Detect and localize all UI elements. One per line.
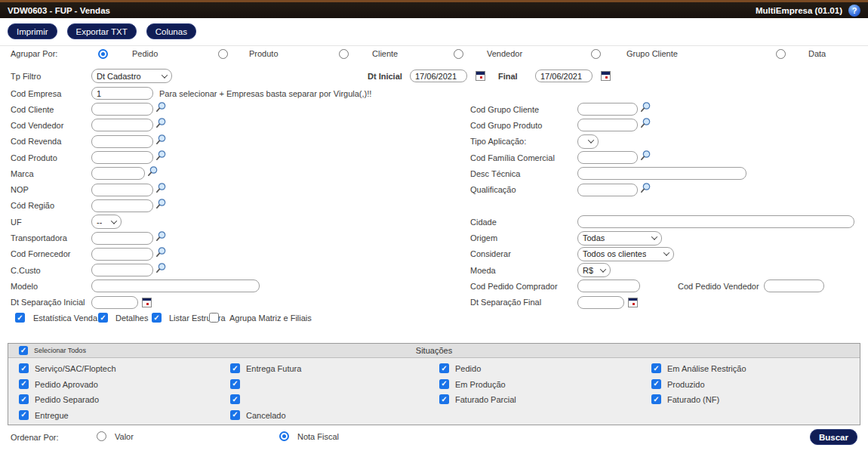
situacao-label-pedido-separado: Pedido Separado (35, 395, 99, 404)
calendar-icon[interactable] (601, 71, 611, 81)
situacao-checkbox-em-producao[interactable]: ✓ (439, 379, 449, 389)
qualificacao-input[interactable] (577, 184, 638, 196)
search-icon[interactable] (155, 182, 167, 193)
agrupar-radio-vendedor[interactable] (454, 49, 463, 59)
titlebar-right: MultiEmpresa (01.01) ? (756, 5, 860, 17)
field-row-cod-cliente: Cod Cliente (11, 101, 463, 117)
situacao-checkbox-pedido-aprovado[interactable]: ✓ (19, 379, 29, 389)
situacao-checkbox-unlabeled-1-1[interactable]: ✓ (230, 379, 240, 389)
cod-grupo-cliente-input[interactable] (577, 103, 638, 116)
agrupar-radio-pedido[interactable] (98, 49, 108, 59)
search-icon[interactable] (155, 150, 167, 161)
ordenar-radio-valor[interactable] (97, 431, 106, 441)
option-checkbox-agrupa-matriz-e-filiais[interactable] (209, 313, 219, 323)
final-input[interactable] (535, 69, 593, 82)
agrupar-label-data: Data (808, 49, 826, 58)
situacao-checkbox-cancelado[interactable]: ✓ (230, 410, 240, 420)
search-icon[interactable] (147, 165, 159, 177)
tp-filtro-select[interactable]: Dt Cadastro (91, 69, 172, 83)
calendar-icon[interactable] (628, 298, 638, 307)
agrupar-radio-data[interactable] (776, 49, 786, 59)
agrupar-radio-produto[interactable] (218, 49, 228, 59)
cod-vendedor-input[interactable] (91, 119, 153, 131)
transportadora-input[interactable] (91, 232, 153, 245)
cod-cliente-input[interactable] (91, 103, 153, 116)
option-checkbox-estatistica-venda[interactable]: ✓ (15, 313, 25, 323)
moeda-select[interactable]: R$ (577, 263, 611, 277)
imprimir-button[interactable]: Imprimir (8, 23, 57, 39)
origem-select[interactable]: Todas (577, 231, 662, 246)
situacao-checkbox-faturado-parcial[interactable]: ✓ (439, 394, 449, 404)
field-row-cod-fornecedor: Cod Fornecedor (11, 246, 463, 262)
calendar-icon[interactable] (476, 71, 485, 81)
considerar-select[interactable]: Todos os clientes (577, 247, 674, 261)
marca-input[interactable] (91, 167, 145, 180)
c-custo-input[interactable] (91, 264, 153, 276)
situacao-checkbox-pedido-separado[interactable]: ✓ (19, 394, 29, 404)
cod-pedido-vendedor-input[interactable] (764, 280, 824, 292)
cod-pedido-comprador-input[interactable] (577, 280, 640, 292)
situacao-checkbox-entregue[interactable]: ✓ (19, 410, 29, 420)
situacoes-panel: Situações ✓ Selecionar Todos ✓Serviço/SA… (8, 343, 860, 425)
option-checkbox-detalhes[interactable]: ✓ (98, 313, 108, 323)
search-icon[interactable] (155, 101, 167, 113)
search-icon[interactable] (640, 150, 651, 161)
cod-familia-comercial-label: Cod Família Comercial (470, 153, 577, 162)
dt-separacao-final-input[interactable] (577, 296, 624, 309)
calendar-icon[interactable] (142, 298, 152, 307)
exportar-txt-button[interactable]: Exportar TXT (67, 23, 137, 39)
agrupar-label-grupo-cliente: Grupo Cliente (626, 49, 678, 58)
uf-select[interactable]: -- (91, 215, 122, 229)
option-checkbox-listar-estrutura[interactable]: ✓ (152, 313, 162, 323)
colunas-button[interactable]: Colunas (146, 23, 196, 39)
tipo-aplicacao-select[interactable] (577, 134, 599, 149)
search-icon[interactable] (155, 230, 167, 242)
search-icon[interactable] (155, 246, 167, 258)
cod-empresa-row: Cod Empresa Para selecionar + Empresas b… (0, 85, 868, 101)
buscar-button[interactable]: Buscar (810, 429, 857, 445)
cod-revenda-input[interactable] (91, 135, 153, 148)
ordenar-radio-nota-fiscal[interactable] (279, 431, 289, 441)
cod-fornecedor-input[interactable] (91, 248, 153, 261)
search-icon[interactable] (640, 182, 651, 193)
chevron-down-icon (663, 250, 669, 256)
dt-separacao-inicial-input[interactable] (91, 296, 138, 309)
dt-inicial-input[interactable] (410, 69, 467, 82)
field-row-c-custo: C.Custo (11, 262, 463, 278)
cod-empresa-input[interactable] (91, 87, 153, 100)
desc-tecnica-input[interactable] (577, 167, 746, 180)
agrupar-radio-grupo-cliente[interactable] (591, 49, 601, 59)
cidade-label: Cidade (470, 218, 577, 227)
agrupar-radio-cliente[interactable] (339, 49, 349, 59)
search-icon[interactable] (155, 117, 167, 128)
c-custo-label: C.Custo (11, 266, 91, 275)
situacao-checkbox-unlabeled-2-1[interactable]: ✓ (230, 394, 240, 404)
help-icon[interactable]: ? (848, 5, 860, 17)
cod-familia-comercial-input[interactable] (577, 151, 638, 164)
situacao-checkbox-produzido[interactable]: ✓ (651, 379, 661, 389)
nop-input[interactable] (91, 184, 153, 196)
cidade-input[interactable] (577, 215, 854, 228)
situacao-checkbox-faturado-nf[interactable]: ✓ (651, 394, 661, 404)
situacao-checkbox-em-analise-restricao[interactable]: ✓ (651, 363, 661, 373)
situacoes-title: Situações (8, 346, 860, 355)
titlebar: VDW0603 - FUP - Vendas MultiEmpresa (01.… (0, 0, 868, 18)
search-icon[interactable] (640, 117, 651, 128)
situacao-checkbox-servico-sac-floptech[interactable]: ✓ (19, 363, 29, 373)
field-row-desc-tecnica: Desc Técnica (470, 165, 868, 181)
chevron-down-icon (588, 137, 594, 144)
search-icon[interactable] (155, 262, 167, 273)
cod-produto-input[interactable] (91, 151, 153, 164)
cod-grupo-produto-input[interactable] (577, 119, 638, 131)
situacao-checkbox-pedido[interactable]: ✓ (439, 363, 449, 373)
cod-regiao-input[interactable] (91, 199, 153, 212)
cod-produto-label: Cod Produto (11, 153, 91, 162)
modelo-input[interactable] (91, 280, 260, 292)
search-icon[interactable] (640, 101, 651, 113)
search-icon[interactable] (155, 134, 167, 145)
search-icon[interactable] (155, 198, 167, 209)
situacao-checkbox-entrega-futura[interactable]: ✓ (230, 363, 240, 373)
situacao-label-faturado-nf: Faturado (NF) (667, 395, 719, 404)
field-row-uf: UF-- (11, 214, 463, 230)
field-row-origem: OrigemTodas (470, 230, 868, 246)
